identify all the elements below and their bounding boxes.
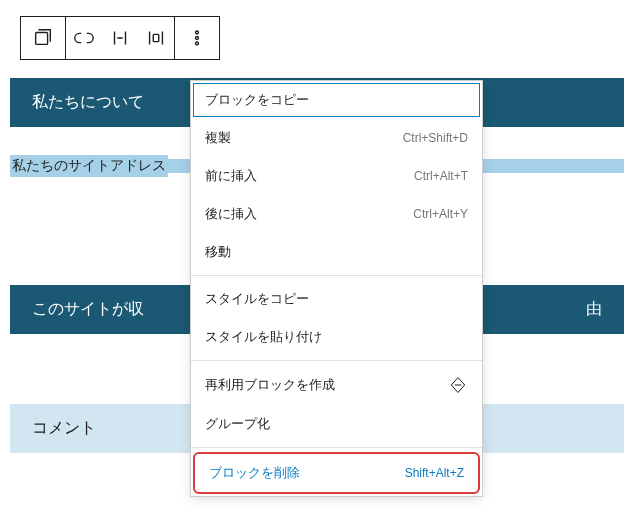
justify-button[interactable]	[102, 17, 138, 59]
menu-copy-styles[interactable]: スタイルをコピー	[191, 280, 482, 318]
toolbar-group-block	[21, 17, 66, 59]
menu-insert-after-shortcut: Ctrl+Alt+Y	[413, 207, 468, 221]
layout-icon	[145, 27, 167, 49]
block-type-button[interactable]	[21, 17, 65, 59]
menu-delete-block-shortcut: Shift+Alt+Z	[405, 466, 464, 480]
block-options-menu: ブロックをコピー 複製 Ctrl+Shift+D 前に挿入 Ctrl+Alt+T…	[190, 80, 483, 497]
menu-copy-block[interactable]: ブロックをコピー	[191, 81, 482, 119]
menu-delete-block[interactable]: ブロックを削除 Shift+Alt+Z	[193, 452, 480, 494]
menu-insert-before-label: 前に挿入	[205, 167, 257, 185]
menu-group-label: グループ化	[205, 415, 270, 433]
heading-data-suffix: 由	[586, 299, 602, 320]
heading-data-prefix: このサイトが収	[32, 299, 144, 320]
svg-point-3	[196, 37, 199, 40]
menu-separator	[191, 360, 482, 361]
more-icon	[186, 27, 208, 49]
svg-point-4	[196, 42, 199, 45]
more-options-button[interactable]	[175, 17, 219, 59]
link-icon	[73, 27, 95, 49]
menu-move-label: 移動	[205, 243, 231, 261]
menu-create-reusable-label: 再利用ブロックを作成	[205, 376, 335, 394]
menu-group[interactable]: グループ化	[191, 405, 482, 443]
svg-rect-1	[153, 34, 159, 41]
menu-delete-block-label: ブロックを削除	[209, 464, 300, 482]
menu-duplicate-label: 複製	[205, 129, 231, 147]
menu-insert-after-label: 後に挿入	[205, 205, 257, 223]
columns-icon	[32, 27, 54, 49]
menu-copy-styles-label: スタイルをコピー	[205, 290, 309, 308]
menu-create-reusable[interactable]: 再利用ブロックを作成	[191, 365, 482, 405]
menu-move[interactable]: 移動	[191, 233, 482, 271]
toolbar-group-tools	[66, 17, 175, 59]
menu-separator	[191, 447, 482, 448]
menu-separator	[191, 275, 482, 276]
menu-insert-after[interactable]: 後に挿入 Ctrl+Alt+Y	[191, 195, 482, 233]
address-selection[interactable]: 私たちのサイトアドレス	[10, 155, 168, 177]
link-button[interactable]	[66, 17, 102, 59]
justify-icon	[109, 27, 131, 49]
menu-paste-styles[interactable]: スタイルを貼り付け	[191, 318, 482, 356]
layout-button[interactable]	[138, 17, 174, 59]
svg-point-2	[196, 31, 199, 34]
block-toolbar	[20, 16, 220, 60]
menu-duplicate-shortcut: Ctrl+Shift+D	[403, 131, 468, 145]
toolbar-group-more	[175, 17, 219, 59]
menu-insert-before[interactable]: 前に挿入 Ctrl+Alt+T	[191, 157, 482, 195]
reusable-icon	[448, 375, 468, 395]
menu-copy-block-label: ブロックをコピー	[205, 91, 309, 109]
svg-rect-0	[36, 33, 48, 45]
menu-duplicate[interactable]: 複製 Ctrl+Shift+D	[191, 119, 482, 157]
menu-paste-styles-label: スタイルを貼り付け	[205, 328, 322, 346]
menu-insert-before-shortcut: Ctrl+Alt+T	[414, 169, 468, 183]
